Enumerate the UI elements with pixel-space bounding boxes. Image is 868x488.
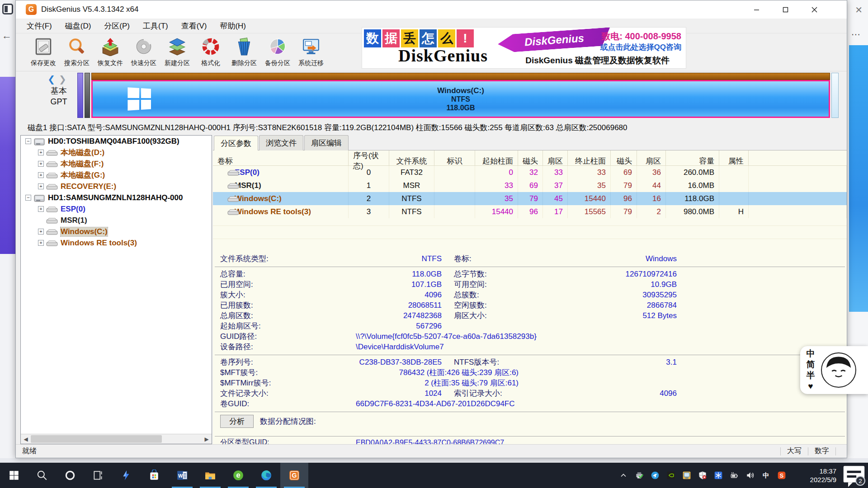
- collapse-icon[interactable]: −: [25, 138, 31, 144]
- next-disk-icon[interactable]: ❯: [59, 74, 70, 84]
- toolbar-search-button[interactable]: 搜索分区: [60, 33, 94, 70]
- cortana-icon[interactable]: [56, 463, 84, 488]
- taskbar-clock[interactable]: 18:37 2022/5/9: [793, 467, 836, 484]
- scroll-left-icon[interactable]: ◀: [21, 434, 31, 444]
- tab-2[interactable]: 扇区编辑: [304, 135, 349, 150]
- menu-item-4[interactable]: 查看(V): [181, 21, 207, 31]
- explorer-icon[interactable]: [196, 463, 224, 488]
- toolbar-delete-partition-button[interactable]: 删除分区: [227, 33, 261, 70]
- partition-bar-esp[interactable]: [77, 73, 83, 118]
- detail-row-3: 已用空间:107.1GB可用空间:10.9GB: [213, 279, 847, 290]
- toolbar-format-button[interactable]: 格式化: [194, 33, 227, 70]
- table-cell: 15440: [475, 205, 518, 218]
- expand-icon[interactable]: +: [38, 161, 44, 167]
- menu-item-2[interactable]: 分区(P): [104, 21, 130, 31]
- notification-center-icon[interactable]: 2: [840, 461, 868, 488]
- ime-zh-icon[interactable]: 中: [758, 471, 774, 480]
- partition-name-cell: Windows RE tools(3): [213, 205, 349, 218]
- menu-item-5[interactable]: 帮助(H): [220, 21, 246, 31]
- quick-partition-icon: [134, 37, 153, 58]
- expand-icon[interactable]: +: [38, 240, 44, 246]
- security-shield-icon[interactable]: [694, 471, 710, 480]
- ime-floating-widget[interactable]: 中简半♥: [800, 346, 868, 394]
- detail-label: 索引记录大小:: [454, 388, 567, 399]
- toolbar-new-partition-button[interactable]: 新建分区: [160, 33, 194, 70]
- menu-item-3[interactable]: 工具(T): [143, 21, 168, 31]
- detail-label: 卷GUID:: [220, 399, 356, 409]
- nvidia-icon[interactable]: [663, 471, 679, 480]
- ad-banner[interactable]: 数据丢怎么! DiskGenius DiskGenius 致电: 400-008…: [362, 27, 686, 69]
- maximize-button[interactable]: [771, 0, 800, 19]
- store-icon[interactable]: [140, 463, 168, 488]
- analyze-button[interactable]: 分析: [220, 415, 254, 428]
- word-icon[interactable]: W: [168, 463, 196, 488]
- tree-item-1[interactable]: +本地磁盘(D:): [21, 147, 212, 158]
- expand-icon[interactable]: +: [38, 206, 44, 212]
- background-more-icon: ⋯: [851, 29, 861, 40]
- tree-item-2[interactable]: +本地磁盘(F:): [21, 158, 212, 169]
- lightning-app-icon[interactable]: [112, 463, 140, 488]
- toolbar-backup-partition-button[interactable]: 备份分区: [261, 33, 294, 70]
- tree-item-8[interactable]: +Windows(C:): [21, 226, 212, 237]
- table-row-1[interactable]: MSR(1)1MSR33693735794416.0MB: [213, 179, 847, 192]
- battery-icon[interactable]: [726, 471, 742, 480]
- task-view-icon[interactable]: [84, 463, 112, 488]
- start-icon[interactable]: [0, 463, 28, 488]
- table-row-2[interactable]: Windows(C:)2NTFS357945154409616118.0GB: [213, 192, 847, 205]
- table-row-3[interactable]: Windows RE tools(3)3NTFS1544096171556579…: [213, 205, 847, 218]
- tree-item-4[interactable]: +RECOVERY(E:): [21, 181, 212, 192]
- tree-item-6[interactable]: +ESP(0): [21, 203, 212, 215]
- toolbar-save-button[interactable]: 保存更改: [27, 33, 60, 70]
- toolbar-recover-files-button[interactable]: 恢复文件: [94, 33, 127, 70]
- tree-item-9[interactable]: +Windows RE tools(3): [21, 237, 212, 249]
- tab-1[interactable]: 浏览文件: [259, 135, 303, 150]
- sogou-icon[interactable]: S: [774, 471, 789, 480]
- detail-label: 总容量:: [220, 269, 356, 279]
- table-cell-filler: [749, 166, 847, 179]
- tab-0[interactable]: 分区参数: [214, 136, 258, 151]
- prev-disk-icon[interactable]: ❮: [47, 74, 59, 84]
- divider: [808, 447, 808, 455]
- minimize-button[interactable]: [742, 0, 771, 19]
- intel-graphics-icon[interactable]: [679, 471, 694, 480]
- e-browser-icon[interactable]: e: [224, 463, 252, 488]
- tree-horizontal-scrollbar[interactable]: ◀ ▶: [21, 434, 212, 444]
- diskgenius-app-icon[interactable]: G: [280, 463, 308, 488]
- tree-item-0[interactable]: −HD0:TOSHIBAMQ04ABF100(932GB): [21, 136, 212, 147]
- snowflake-icon[interactable]: [710, 471, 726, 480]
- edge-icon[interactable]: [252, 463, 280, 488]
- tree-item-3[interactable]: +本地磁盘(G:): [21, 169, 212, 181]
- close-button[interactable]: [800, 0, 829, 19]
- partition-bar-windows-c[interactable]: Windows(C:) NTFS 118.0GB: [91, 80, 830, 118]
- detail-label: 扇区大小:: [454, 310, 567, 321]
- toolbar-system-migrate-button[interactable]: 系统迁移: [294, 33, 328, 70]
- bird-app-icon[interactable]: [647, 471, 663, 480]
- expand-icon[interactable]: +: [38, 229, 44, 235]
- toolbar-quick-partition-button[interactable]: 快速分区: [127, 33, 160, 70]
- tree-item-5[interactable]: −HD1:SAMSUNGMZNLN128HAHQ-000: [21, 192, 212, 203]
- drive-icon: [46, 172, 58, 179]
- scrollbar-thumb[interactable]: [31, 435, 162, 443]
- expand-icon[interactable]: +: [38, 150, 44, 155]
- banner-qq-link[interactable]: 或点击此处选择QQ咨询: [600, 42, 681, 52]
- ime-avatar[interactable]: [821, 352, 856, 388]
- partition-bar-msr[interactable]: [85, 73, 90, 118]
- expand-icon[interactable]: +: [38, 183, 44, 189]
- scroll-right-icon[interactable]: ▶: [202, 434, 212, 444]
- tree-item-7[interactable]: +MSR(1): [21, 215, 212, 226]
- tree-item-label: MSR(1): [61, 216, 87, 225]
- toolbar-button-label: 删除分区: [231, 59, 257, 67]
- taskbar-search-icon[interactable]: [28, 463, 56, 488]
- expand-icon[interactable]: +: [38, 172, 44, 178]
- chevron-up-icon[interactable]: [615, 471, 631, 480]
- collapse-icon[interactable]: −: [25, 195, 31, 201]
- status-num: 数字: [815, 446, 829, 456]
- speaker-icon[interactable]: [742, 471, 758, 480]
- menu-item-0[interactable]: 文件(F): [27, 21, 52, 31]
- detail-value: 1024: [356, 389, 442, 398]
- menu-item-1[interactable]: 磁盘(D): [65, 21, 91, 31]
- table-row-0[interactable]: ESP(0)0FAT3203233336936260.0MB: [213, 166, 847, 179]
- detail-value: \Device\HarddiskVolume7: [356, 343, 444, 352]
- printer-icon[interactable]: [631, 471, 647, 480]
- partition-bar-re-tools[interactable]: [831, 73, 839, 118]
